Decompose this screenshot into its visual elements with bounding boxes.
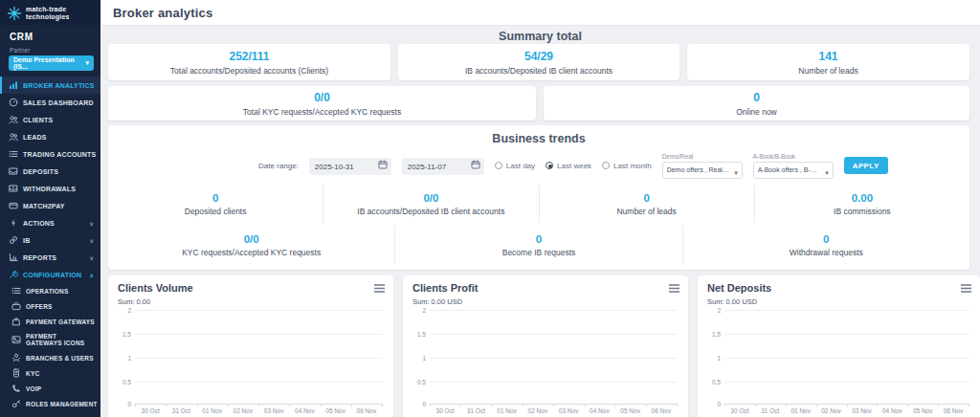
demo-real-group: Demo/Real Demo offers , Real of... <box>662 153 743 179</box>
inbox-tray-icon <box>9 166 18 176</box>
business-trends-stats-row1: 0 Deposited clients 0/0 IB accounts/Depo… <box>108 185 969 223</box>
sidebar-item-clients[interactable]: CLIENTS <box>0 111 100 128</box>
sidebar-item-leads[interactable]: LEADS <box>0 128 100 145</box>
sidebar-item-label: DEPOSITS <box>23 168 58 175</box>
bolt-icon <box>9 218 18 228</box>
sidebar-item-label: WITHDRAWALS <box>23 186 76 192</box>
stat-label: IB commissions <box>755 207 969 216</box>
list-icon <box>11 286 21 296</box>
business-trends-title: Business trends <box>108 132 969 145</box>
chart-card-clients-profit: Clients Profit Sum: 0.00 USD 2 1.5 1 0.5… <box>403 275 688 417</box>
stat-label: Online now <box>544 107 969 117</box>
chart-card-net-deposits: Net Deposits Sum: 0.00 USD 2 1.5 1 0.5 0… <box>698 275 980 417</box>
chart-plot: 2 1.5 1 0.5 0 30 Oct 31 Oct 01 Nov 02 No… <box>135 275 382 417</box>
stat-label: Number of leads <box>540 207 754 216</box>
partner-select[interactable]: Demo Presentation (IS... <box>9 55 94 71</box>
chevron-down-icon <box>85 59 89 67</box>
sidebar-item-label: ACTIONS <box>23 220 55 227</box>
date-from-wrap <box>309 156 391 176</box>
x-tick: 04 Nov <box>877 407 907 414</box>
sidebar-item-kyc[interactable]: KYC <box>0 365 100 381</box>
business-trends-controls: Date range: Last day Last week Last mont… <box>258 151 888 180</box>
summary-card-ib-accounts: 54/29 IB accounts/Deposited IB client ac… <box>398 44 679 80</box>
book-select[interactable]: A-Book offers , B-Bo... <box>753 162 834 179</box>
phone-icon <box>11 384 21 393</box>
stat-value: 0 <box>544 91 969 104</box>
sidebar-item-actions[interactable]: ACTIONS <box>0 214 100 231</box>
sidebar-item-offers[interactable]: OFFERS <box>0 298 100 314</box>
sidebar-item-label: MATCH2PAY <box>23 203 65 209</box>
demo-real-label: Demo/Real <box>662 153 743 160</box>
x-axis-labels: 30 Oct 31 Oct 01 Nov 02 Nov 03 Nov 04 No… <box>135 407 382 414</box>
radio-label: Last week <box>557 162 591 170</box>
stat-ib-commissions: 0.00 IB commissions <box>755 185 969 223</box>
x-tick: 06 Nov <box>938 407 969 414</box>
x-tick: 31 Oct <box>755 407 786 414</box>
stat-withdrawal-requests: 0 Withdrawal requests <box>683 225 969 265</box>
summary-card-online-now: 0 Online now <box>544 86 969 121</box>
stat-value: 0 <box>395 233 681 245</box>
x-axis-labels: 30 Oct 31 Oct 01 Nov 02 Nov 03 Nov 04 No… <box>724 407 969 414</box>
link-icon <box>9 235 18 245</box>
x-tick: 02 Nov <box>228 407 258 414</box>
book-label: A-Book/B-Book <box>753 153 834 160</box>
users-branch-icon <box>11 353 21 362</box>
partner-label: Partner <box>10 47 100 54</box>
sidebar-item-operations[interactable]: OPERATIONS <box>0 283 100 298</box>
radio-last-month[interactable]: Last month <box>602 162 652 170</box>
chart-card-clients-volume: Clients Volume Sum: 0.00 2 1.5 1 0.5 0 3… <box>108 275 393 417</box>
chevron-up-icon <box>89 272 94 278</box>
sidebar-item-trading-accounts[interactable]: TRADING ACCOUNTS <box>0 145 100 163</box>
demo-real-select[interactable]: Demo offers , Real of... <box>662 162 743 179</box>
sidebar-item-voip[interactable]: VOIP <box>0 381 100 396</box>
sidebar-item-match2pay[interactable]: MATCH2PAY <box>0 197 100 214</box>
stat-value: 54/29 <box>398 50 679 63</box>
briefcase-icon <box>11 301 21 311</box>
x-tick: 06 Nov <box>646 407 677 414</box>
sidebar-item-label: PAYMENT GATEWAYS <box>26 318 95 325</box>
sidebar-item-reports[interactable]: REPORTS <box>0 249 100 266</box>
sidebar-item-withdrawals[interactable]: WITHDRAWALS <box>0 180 100 197</box>
calendar-icon <box>471 160 480 169</box>
sidebar-item-branches-users[interactable]: BRANCHES & USERS <box>0 350 100 365</box>
stat-label: IB accounts/Deposited IB client accounts <box>398 66 679 76</box>
stat-label: Total accounts/Deposited accounts (Clien… <box>108 66 390 76</box>
radio-last-week[interactable]: Last week <box>546 162 591 170</box>
sidebar-item-payment-gateways-icons[interactable]: PAYMENT GATEWAYS ICONS <box>0 329 100 350</box>
brand-logo: match-trade technologies <box>0 0 100 25</box>
y-tick: 2 <box>422 307 426 314</box>
x-tick: 05 Nov <box>615 407 646 414</box>
x-tick: 01 Nov <box>786 407 816 414</box>
sidebar-item-label: REPORTS <box>23 254 56 261</box>
x-tick: 30 Oct <box>430 407 460 414</box>
summary-card-kyc: 0/0 Total KYC requests/Accepted KYC requ… <box>108 86 536 121</box>
y-tick: 0.5 <box>417 379 426 385</box>
x-tick: 04 Nov <box>289 407 320 414</box>
sidebar-item-label: TRADING ACCOUNTS <box>23 151 96 158</box>
sidebar-item-label: SALES DASHBOARD <box>23 99 94 106</box>
x-axis-labels: 30 Oct 31 Oct 01 Nov 02 Nov 03 Nov 04 No… <box>430 407 677 414</box>
stat-ib-accounts: 0/0 IB accounts/Deposited IB client acco… <box>323 185 539 223</box>
leads-icon <box>9 132 18 142</box>
sidebar-item-payment-gateways[interactable]: PAYMENT GATEWAYS <box>0 314 100 329</box>
summary-section-title: Summary total <box>100 30 980 43</box>
credit-card-icon <box>9 201 18 210</box>
stat-label: Withdrawal requests <box>683 248 969 257</box>
sidebar-item-deposits[interactable]: DEPOSITS <box>0 163 100 180</box>
stat-deposited-clients: 0 Deposited clients <box>108 185 323 223</box>
sidebar-item-label: KYC <box>26 370 39 377</box>
sidebar-item-roles-management[interactable]: ROLES MANAGEMENT <box>0 396 100 411</box>
chevron-down-icon <box>89 237 94 244</box>
stat-label: Become IB requests <box>395 248 681 257</box>
date-to-wrap <box>402 156 484 176</box>
sidebar-item-broker-analytics[interactable]: BROKER ANALYTICS <box>0 77 100 94</box>
sidebar-item-label: IB <box>23 237 30 244</box>
apply-button[interactable]: APPLY <box>844 157 888 174</box>
wrench-icon <box>9 270 18 279</box>
sidebar-item-label: VOIP <box>26 385 41 392</box>
sidebar-item-configuration[interactable]: CONFIGURATION <box>0 266 100 283</box>
radio-last-day[interactable]: Last day <box>495 162 535 170</box>
image-icon <box>11 335 21 344</box>
sidebar-item-ib[interactable]: IB <box>0 231 100 249</box>
sidebar-item-sales-dashboard[interactable]: SALES DASHBOARD <box>0 94 100 111</box>
